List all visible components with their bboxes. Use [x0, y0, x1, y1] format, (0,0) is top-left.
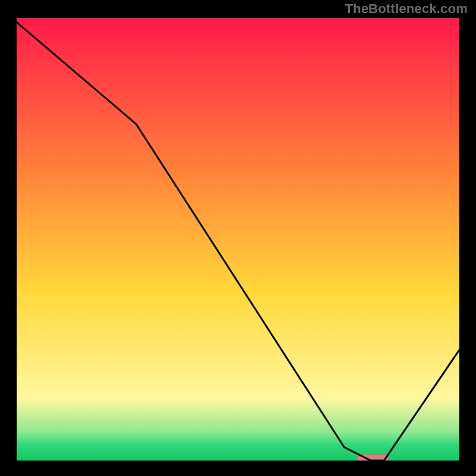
bottleneck-chart	[0, 0, 476, 476]
plot-background-gradient	[17, 18, 459, 461]
chart-container: { "watermark": "TheBottleneck.com", "col…	[0, 0, 476, 476]
